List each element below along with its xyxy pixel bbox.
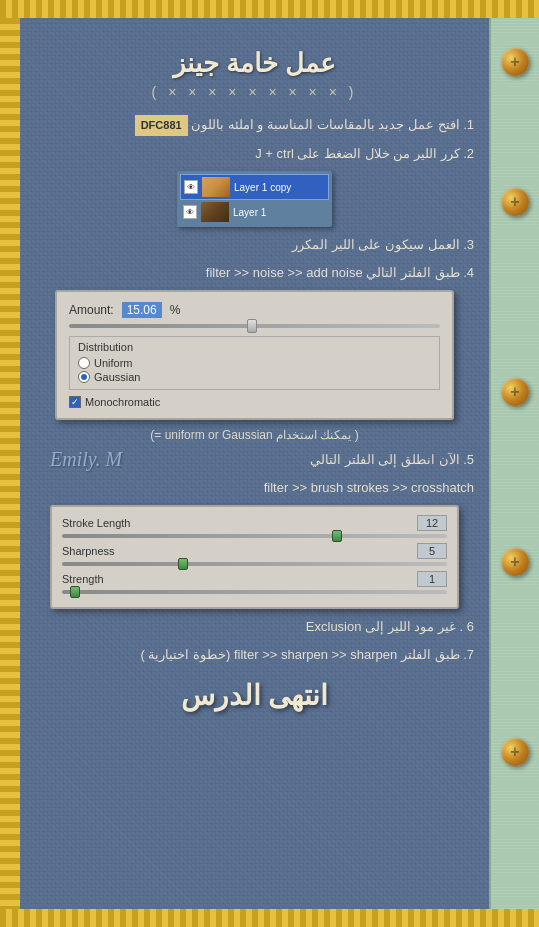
gaussian-radio-row[interactable]: Gaussian xyxy=(78,371,431,383)
bottom-border xyxy=(0,909,539,927)
filter-dialog: Amount: 15.06 % Distribution Uniform Gau… xyxy=(55,290,454,420)
layer-copy-name: Layer 1 copy xyxy=(234,182,325,193)
uniform-gaussian-note: ( يمكنك استخدام uniform or Gaussian =) xyxy=(35,428,474,442)
uniform-radio[interactable] xyxy=(78,357,90,369)
stroke-length-label: Stroke Length xyxy=(62,517,131,529)
layer-original-name: Layer 1 xyxy=(233,207,326,218)
sharpness-row: Sharpness 5 xyxy=(62,543,447,559)
right-sidebar xyxy=(489,18,539,909)
sharpness-slider[interactable] xyxy=(62,562,447,566)
left-border xyxy=(0,18,20,909)
distribution-group: Distribution Uniform Gaussian xyxy=(69,336,440,390)
percent-label: % xyxy=(170,303,181,317)
step5-filter-text: filter >> brush strokes >> crosshatch xyxy=(35,478,474,498)
step6-text: 6 . غير مود اللير إلى Exclusion xyxy=(35,617,474,637)
layer-copy-eye: 👁 xyxy=(184,180,198,194)
layer-copy-row: 👁 Layer 1 copy xyxy=(180,174,329,200)
top-border xyxy=(0,0,539,18)
step2-text: 2. كرر اللير من خلال الضغط على J + ctrl xyxy=(35,144,474,164)
stroke-length-value: 12 xyxy=(417,515,447,531)
strength-label: Strength xyxy=(62,573,104,585)
gaussian-label: Gaussian xyxy=(94,371,140,383)
uniform-label: Uniform xyxy=(94,357,133,369)
screw-2 xyxy=(501,188,529,216)
screw-4 xyxy=(501,548,529,576)
stroke-length-slider[interactable] xyxy=(62,534,447,538)
amount-value[interactable]: 15.06 xyxy=(122,302,162,318)
content-area: عمل خامة جينز ( × × × × × × × × × ) 1. ا… xyxy=(20,18,489,909)
strength-thumb[interactable] xyxy=(70,586,80,598)
strength-value: 1 xyxy=(417,571,447,587)
stroke-length-thumb[interactable] xyxy=(332,530,342,542)
monochromatic-label: Monochromatic xyxy=(85,396,160,408)
main-container: عمل خامة جينز ( × × × × × × × × × ) 1. ا… xyxy=(0,0,539,927)
step1-text: 1. افتح عمل جديد بالمقاسات المناسبة و ام… xyxy=(35,115,474,136)
layers-panel: 👁 Layer 1 copy 👁 Layer 1 xyxy=(177,171,332,227)
monochromatic-row[interactable]: ✓ Monochromatic xyxy=(69,396,440,408)
amount-slider-thumb[interactable] xyxy=(247,319,257,333)
uniform-radio-row[interactable]: Uniform xyxy=(78,357,431,369)
step1-label: 1. افتح عمل جديد بالمقاسات المناسبة و ام… xyxy=(191,117,474,132)
screw-1 xyxy=(501,48,529,76)
gaussian-radio[interactable] xyxy=(78,371,90,383)
brush-dialog: Stroke Length 12 Sharpness 5 Strength 1 xyxy=(50,505,459,609)
sharpness-thumb[interactable] xyxy=(178,558,188,570)
amount-label: Amount: xyxy=(69,303,114,317)
distribution-label: Distribution xyxy=(78,341,431,353)
sharpness-value: 5 xyxy=(417,543,447,559)
layer-original-row: 👁 Layer 1 xyxy=(180,200,329,224)
amount-row: Amount: 15.06 % xyxy=(69,302,440,318)
stroke-length-row: Stroke Length 12 xyxy=(62,515,447,531)
page-title: عمل خامة جينز xyxy=(35,48,474,79)
step7-text: 7. طبق الفلتر filter >> sharpen >> sharp… xyxy=(35,645,474,665)
screw-5 xyxy=(501,738,529,766)
layer-original-eye: 👁 xyxy=(183,205,197,219)
layer-original-thumb xyxy=(201,202,229,222)
step4-text: 4. طبق الفلتر التالي filter >> noise >> … xyxy=(35,263,474,283)
x-decoration: ( × × × × × × × × × ) xyxy=(35,84,474,100)
strength-slider[interactable] xyxy=(62,590,447,594)
ending-text: انتهى الدرس xyxy=(35,679,474,712)
color-badge: DFC881 xyxy=(135,115,188,136)
watermark: Emily. M xyxy=(50,448,122,471)
layer-copy-thumb xyxy=(202,177,230,197)
monochromatic-checkbox[interactable]: ✓ xyxy=(69,396,81,408)
strength-row: Strength 1 xyxy=(62,571,447,587)
step3-text: 3. العمل سيكون على اللير المكرر xyxy=(35,235,474,255)
screw-3 xyxy=(501,378,529,406)
amount-slider-track[interactable] xyxy=(69,324,440,328)
sharpness-label: Sharpness xyxy=(62,545,115,557)
